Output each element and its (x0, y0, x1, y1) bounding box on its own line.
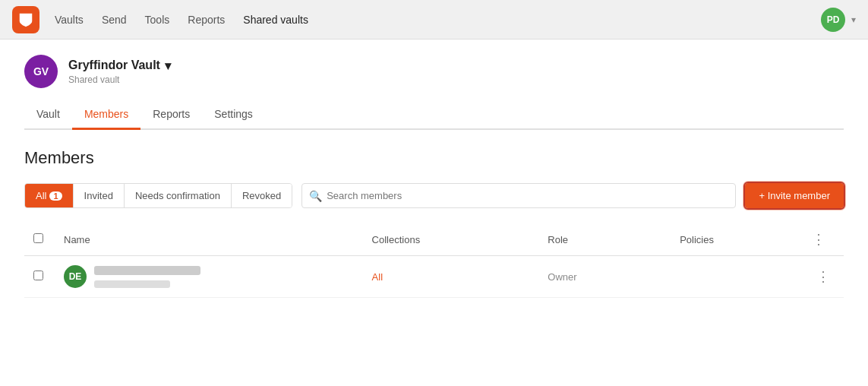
row-actions: ⋮ (803, 256, 844, 298)
members-table: Name Collections Role Policies ⋮ (24, 223, 844, 298)
select-all-checkbox[interactable] (33, 233, 43, 243)
table-body: DE All Owner (24, 256, 844, 298)
filter-tab-needs-confirmation[interactable]: Needs confirmation (125, 184, 232, 207)
row-actions-button[interactable]: ⋮ (812, 267, 835, 286)
member-name-redacted (94, 266, 200, 275)
vault-avatar: GV (24, 55, 58, 88)
search-wrapper: 🔍 (301, 183, 736, 208)
nav-links: Vaults Send Tools Reports Shared vaults (55, 14, 821, 26)
user-avatar: PD (821, 8, 845, 32)
tab-settings[interactable]: Settings (202, 100, 265, 130)
app-logo[interactable] (12, 6, 39, 33)
nav-reports[interactable]: Reports (188, 14, 225, 26)
top-navigation: Vaults Send Tools Reports Shared vaults … (0, 0, 868, 40)
nav-send[interactable]: Send (102, 14, 127, 26)
members-title: Members (24, 148, 844, 168)
vault-subtitle: Shared vault (68, 74, 171, 85)
page-tabs: Vault Members Reports Settings (24, 100, 844, 130)
col-header-actions: ⋮ (803, 223, 844, 256)
search-input[interactable] (301, 183, 736, 208)
row-name: DE (55, 256, 363, 298)
user-menu-chevron: ▾ (851, 14, 856, 25)
filter-bar: All1 Invited Needs confirmation Revoked … (24, 183, 844, 208)
filter-tab-revoked[interactable]: Revoked (232, 184, 292, 207)
tab-reports[interactable]: Reports (140, 100, 202, 130)
nav-shared-vaults[interactable]: Shared vaults (243, 14, 308, 26)
vault-name[interactable]: Gryffindor Vault ▾ (68, 59, 171, 73)
tab-members[interactable]: Members (72, 100, 140, 130)
all-badge: 1 (49, 191, 62, 201)
row-checkbox[interactable] (33, 271, 43, 280)
member-email-redacted (94, 280, 170, 288)
vault-header: GV Gryffindor Vault ▾ Shared vault (0, 40, 868, 88)
nav-vaults[interactable]: Vaults (55, 14, 84, 26)
row-check (24, 256, 55, 298)
members-section: Members All1 Invited Needs confirmation … (0, 130, 868, 298)
table-header-dots[interactable]: ⋮ (812, 232, 825, 247)
search-icon: 🔍 (309, 190, 322, 202)
col-header-name: Name (55, 223, 363, 256)
col-header-check (24, 223, 55, 256)
role-label: Owner (548, 271, 576, 283)
col-header-collections: Collections (363, 223, 539, 256)
collections-link[interactable]: All (372, 271, 383, 283)
filter-tab-all[interactable]: All1 (25, 184, 74, 207)
filter-tab-invited[interactable]: Invited (74, 184, 125, 207)
nav-tools[interactable]: Tools (145, 14, 170, 26)
vault-info: Gryffindor Vault ▾ Shared vault (68, 59, 171, 85)
col-header-role: Role (538, 223, 671, 256)
member-cell: DE (64, 265, 354, 288)
member-filter-tabs: All1 Invited Needs confirmation Revoked (24, 183, 292, 208)
page-content: GV Gryffindor Vault ▾ Shared vault Vault… (0, 40, 868, 386)
row-role: Owner (538, 256, 671, 298)
table-header: Name Collections Role Policies ⋮ (24, 223, 844, 256)
row-collections[interactable]: All (363, 256, 539, 298)
col-header-policies: Policies (671, 223, 803, 256)
member-avatar: DE (64, 265, 87, 288)
table-row: DE All Owner (24, 256, 844, 298)
row-policies (671, 256, 803, 298)
invite-member-button[interactable]: + Invite member (745, 183, 844, 208)
tab-vault[interactable]: Vault (24, 100, 72, 130)
member-name-info (94, 266, 200, 288)
user-menu[interactable]: PD ▾ (821, 8, 856, 32)
vault-name-chevron: ▾ (165, 59, 171, 73)
